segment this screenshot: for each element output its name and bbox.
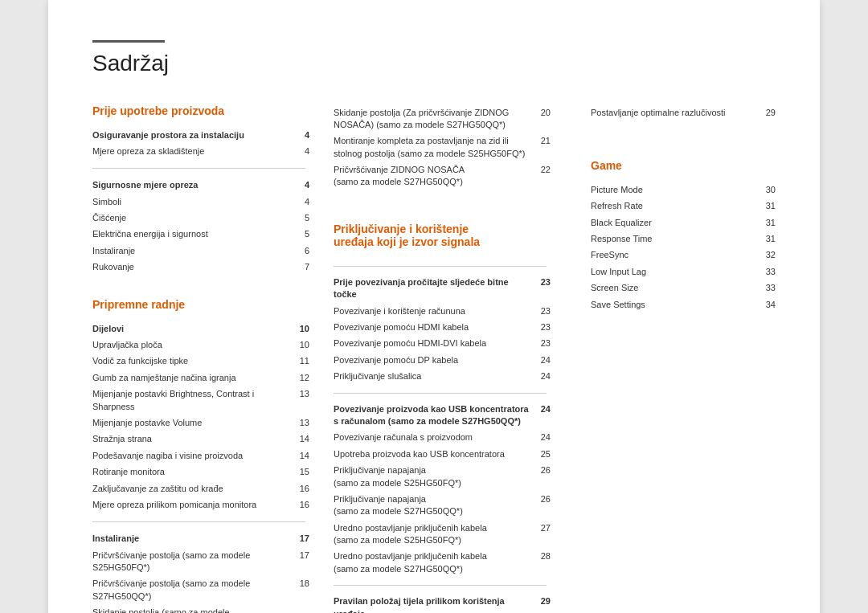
table-row: Instaliranje17 bbox=[92, 531, 309, 547]
toc-label: Response Time bbox=[591, 231, 743, 247]
toc-page: 10 bbox=[277, 337, 310, 353]
table-row: Picture Mode30 bbox=[591, 182, 776, 198]
toc-label: Povezivanje proizvoda kao USB koncentrat… bbox=[334, 401, 534, 430]
toc-page: 13 bbox=[277, 415, 310, 431]
content-grid: Prije upotrebe proizvoda Osiguravanje pr… bbox=[92, 104, 776, 613]
title-bar bbox=[92, 40, 165, 43]
toc-label: Screen Size bbox=[591, 280, 743, 296]
mid-section-table: Prije povezivanja pročitajte sljedeće bi… bbox=[334, 258, 551, 613]
toc-page: 21 bbox=[534, 133, 551, 162]
table-row: Povezivanje računala s proizvodom24 bbox=[334, 430, 551, 446]
toc-label: Električna energija i sigurnost bbox=[92, 227, 277, 243]
toc-page: 33 bbox=[743, 280, 776, 296]
toc-label: Instaliranje bbox=[92, 243, 277, 259]
toc-label: Čišćenje bbox=[92, 210, 277, 227]
section-pripremne-table: Dijelovi10Upravljačka ploča10Vodič za fu… bbox=[92, 321, 309, 613]
toc-label: Low Input Lag bbox=[591, 264, 743, 280]
toc-label: Prije povezivanja pročitajte sljedeće bi… bbox=[334, 274, 534, 303]
table-row: FreeSync32 bbox=[591, 247, 776, 264]
toc-label: Refresh Rate bbox=[591, 198, 743, 215]
table-row: Povezivanje pomoću HDMI-DVI kabela23 bbox=[334, 336, 551, 352]
toc-page: 23 bbox=[534, 274, 551, 303]
toc-label: Uredno postavljanje priključenih kabela(… bbox=[334, 549, 534, 578]
toc-label: Osiguravanje prostora za instalaciju bbox=[92, 127, 277, 143]
toc-label: FreeSync bbox=[591, 247, 743, 264]
toc-page: 16 bbox=[277, 480, 310, 497]
table-row: Gumb za namještanje načina igranja12 bbox=[92, 370, 309, 386]
table-row: Priključivanje napajanja(samo za modele … bbox=[334, 463, 551, 492]
table-row: Čišćenje5 bbox=[92, 210, 309, 227]
toc-label: Save Settings bbox=[591, 296, 743, 313]
table-row: Stražnja strana14 bbox=[92, 431, 309, 447]
table-row: Montiranje kompleta za postavljanje na z… bbox=[334, 133, 551, 162]
table-row: Mijenjanje postavki Brightness, Contrast… bbox=[92, 386, 309, 415]
toc-page: 31 bbox=[743, 198, 776, 215]
toc-label: Uredno postavljanje priključenih kabela(… bbox=[334, 520, 534, 549]
toc-label: Rukovanje bbox=[92, 260, 277, 276]
toc-page: 31 bbox=[743, 231, 776, 247]
page-title: Sadržaj bbox=[92, 51, 776, 76]
toc-page: 26 bbox=[534, 463, 551, 492]
right-top-label: Postavljanje optimalne razlučivosti bbox=[591, 104, 743, 121]
table-row: Mjere opreza za skladištenje4 bbox=[92, 143, 309, 159]
col-left: Prije upotrebe proizvoda Osiguravanje pr… bbox=[92, 104, 309, 613]
toc-label: Picture Mode bbox=[591, 182, 743, 198]
toc-label: Pravilan položaj tijela prilikom korište… bbox=[334, 594, 534, 613]
toc-label: Sigurnosne mjere opreza bbox=[92, 178, 277, 194]
toc-label: Stražnja strana bbox=[92, 431, 277, 447]
table-row: Upravljačka ploča10 bbox=[92, 337, 309, 353]
table-row: Pravilan položaj tijela prilikom korište… bbox=[334, 594, 551, 613]
toc-label: Montiranje kompleta za postavljanje na z… bbox=[334, 133, 534, 162]
table-row: Povezivanje pomoću DP kabela24 bbox=[334, 352, 551, 368]
right-top-page: 29 bbox=[743, 104, 776, 121]
table-row: Skidanje postolja (Za pričvršćivanje ZID… bbox=[334, 104, 551, 133]
section-prije-table: Osiguravanje prostora za instalaciju4Mje… bbox=[92, 127, 309, 276]
toc-page: 29 bbox=[534, 594, 551, 613]
toc-label: Podešavanje nagiba i visine proizvoda bbox=[92, 447, 277, 464]
toc-label: Priključivanje slušalica bbox=[334, 369, 534, 385]
toc-label: Vodič za funkcijske tipke bbox=[92, 353, 277, 370]
toc-page: 24 bbox=[534, 352, 551, 368]
table-row: Priključivanje napajanja(samo za modele … bbox=[334, 491, 551, 520]
toc-page: 24 bbox=[534, 401, 551, 430]
toc-label: Simboli bbox=[92, 194, 277, 210]
table-row: Sigurnosne mjere opreza4 bbox=[92, 178, 309, 194]
table-row: Response Time31 bbox=[591, 231, 776, 247]
toc-page: 24 bbox=[534, 430, 551, 446]
mid-section-heading: Priključivanje i korištenjeuređaja koji … bbox=[334, 223, 551, 248]
toc-page: 5 bbox=[277, 227, 310, 243]
toc-page: 14 bbox=[277, 447, 310, 464]
toc-page: 27 bbox=[534, 520, 551, 549]
toc-page: 32 bbox=[743, 247, 776, 264]
toc-page: 24 bbox=[534, 369, 551, 385]
section-pripremne-heading: Pripremne radnje bbox=[92, 298, 309, 311]
toc-page: 23 bbox=[534, 303, 551, 319]
toc-label: Povezivanje pomoću DP kabela bbox=[334, 352, 534, 368]
toc-label: Pričvršćivanje postolja (samo za modele … bbox=[92, 576, 277, 605]
toc-label: Pričvršćivanje postolja (samo za modele … bbox=[92, 547, 277, 576]
table-row: Pričvršćivanje ZIDNOG NOSAČA(samo za mod… bbox=[334, 162, 551, 191]
toc-page: 10 bbox=[277, 321, 310, 337]
toc-label: Zaključavanje za zaštitu od krađe bbox=[92, 480, 277, 497]
table-row: Povezivanje i korištenje račununa23 bbox=[334, 303, 551, 319]
toc-page: 4 bbox=[277, 127, 310, 143]
toc-page: 17 bbox=[277, 531, 310, 547]
toc-label: Mijenjanje postavki Brightness, Contrast… bbox=[92, 386, 277, 415]
toc-label: Black Equalizer bbox=[591, 215, 743, 231]
toc-page: 16 bbox=[277, 497, 310, 513]
toc-page: 25 bbox=[534, 446, 551, 462]
table-row: Rotiranje monitora15 bbox=[92, 464, 309, 480]
table-row: Postavljanje optimalne razlučivosti 29 bbox=[591, 104, 776, 121]
table-row: Refresh Rate31 bbox=[591, 198, 776, 215]
toc-page: 7 bbox=[277, 260, 310, 276]
table-row: Povezivanje proizvoda kao USB koncentrat… bbox=[334, 401, 551, 430]
table-row: Uredno postavljanje priključenih kabela(… bbox=[334, 549, 551, 578]
toc-page: 34 bbox=[743, 296, 776, 313]
table-row: Screen Size33 bbox=[591, 280, 776, 296]
toc-label: Pričvršćivanje ZIDNOG NOSAČA(samo za mod… bbox=[334, 162, 534, 191]
table-row: Pričvršćivanje postolja (samo za modele … bbox=[92, 547, 309, 576]
toc-label: Skidanje postolja (samo za modele S25HG5… bbox=[92, 605, 277, 613]
table-row: Električna energija i sigurnost5 bbox=[92, 227, 309, 243]
toc-label: Priključivanje napajanja(samo za modele … bbox=[334, 491, 534, 520]
table-row: Mjere opreza prilikom pomicanja monitora… bbox=[92, 497, 309, 513]
